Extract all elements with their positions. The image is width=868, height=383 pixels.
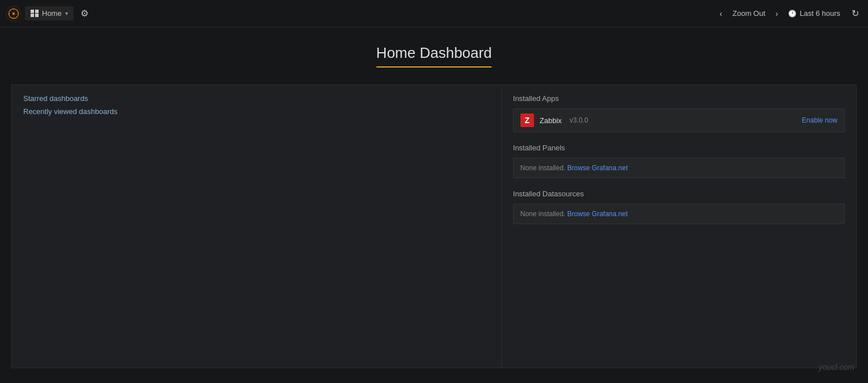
nav-left: Home ▾ ⚙ — [5, 5, 716, 23]
datasources-none-text: None installed. — [520, 210, 565, 218]
zabbix-app-name: Zabbix — [540, 116, 562, 125]
home-grid-icon — [31, 10, 39, 18]
page-title-section: Home Dashboard — [376, 44, 492, 68]
time-range-label: Last 6 hours — [799, 9, 840, 18]
page-title: Home Dashboard — [376, 44, 492, 68]
zoom-out-label: Zoom Out — [732, 9, 765, 18]
installed-apps-title: Installed Apps — [513, 94, 845, 103]
installed-panels-section: Installed Panels None installed. Browse … — [513, 144, 845, 178]
installed-panels-title: Installed Panels — [513, 144, 845, 152]
datasources-browse-link[interactable]: Browse Grafana.net — [568, 210, 628, 218]
installed-datasources-title: Installed Datasources — [513, 190, 845, 198]
refresh-icon: ↻ — [852, 9, 859, 18]
watermark: youcl.com — [819, 363, 854, 372]
panels-row: Starred dashboards Recently viewed dashb… — [11, 85, 857, 368]
zabbix-icon-letter: Z — [524, 116, 530, 125]
recently-viewed-link[interactable]: Recently viewed dashboards — [23, 107, 490, 116]
panels-none-row: None installed. Browse Grafana.net — [513, 158, 845, 178]
zabbix-icon: Z — [520, 113, 534, 127]
zabbix-app-version: v3.0.0 — [570, 116, 588, 124]
svg-point-2 — [12, 12, 15, 14]
settings-button[interactable]: ⚙ — [76, 5, 93, 22]
time-range-button[interactable]: 🕐 Last 6 hours — [784, 6, 845, 20]
refresh-button[interactable]: ↻ — [847, 5, 863, 22]
grafana-logo[interactable] — [5, 5, 23, 23]
panels-none-text: None installed. — [520, 164, 565, 172]
chevron-right-icon: › — [776, 9, 778, 18]
starred-dashboards-link[interactable]: Starred dashboards — [23, 94, 490, 103]
zoom-out-button[interactable]: Zoom Out — [728, 6, 770, 20]
zabbix-app-info: Z Zabbix v3.0.0 — [520, 113, 588, 127]
installed-apps-section: Installed Apps Z Zabbix v3.0.0 Enable no… — [513, 94, 845, 132]
top-navbar: Home ▾ ⚙ ‹ Zoom Out › 🕐 Last 6 hours ↻ — [0, 0, 868, 27]
datasources-none-row: None installed. Browse Grafana.net — [513, 204, 845, 224]
zabbix-app-row: Z Zabbix v3.0.0 Enable now — [513, 108, 845, 132]
nav-right: ‹ Zoom Out › 🕐 Last 6 hours ↻ — [716, 5, 863, 22]
zoom-forward-button[interactable]: › — [772, 6, 782, 21]
watermark-text: youcl.com — [819, 363, 854, 372]
left-panel: Starred dashboards Recently viewed dashb… — [11, 85, 502, 368]
enable-now-link[interactable]: Enable now — [802, 116, 837, 124]
panels-browse-link[interactable]: Browse Grafana.net — [568, 164, 628, 172]
home-nav-label: Home — [42, 9, 62, 18]
chevron-down-icon: ▾ — [65, 10, 68, 16]
right-panel: Installed Apps Z Zabbix v3.0.0 Enable no… — [502, 85, 857, 368]
zoom-back-button[interactable]: ‹ — [716, 6, 726, 21]
clock-icon: 🕐 — [788, 10, 797, 18]
installed-datasources-section: Installed Datasources None installed. Br… — [513, 190, 845, 224]
gear-icon: ⚙ — [81, 9, 88, 18]
chevron-left-icon: ‹ — [719, 9, 722, 18]
home-nav-button[interactable]: Home ▾ — [25, 6, 74, 20]
main-content: Home Dashboard Starred dashboards Recent… — [0, 27, 868, 380]
